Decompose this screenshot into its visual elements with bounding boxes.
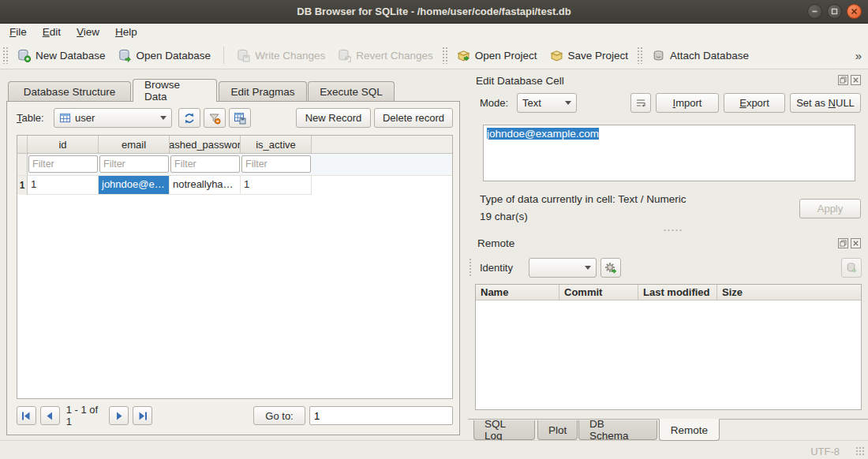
remote-column-name[interactable]: Name [476, 285, 559, 300]
previous-page-button[interactable] [40, 406, 60, 425]
remote-toolbar-handle[interactable] [469, 258, 473, 278]
minimize-button[interactable] [807, 4, 822, 19]
cell-editor-textarea[interactable]: johndoe@example.com [483, 125, 855, 181]
cell-email-selected[interactable]: johndoe@e… [99, 176, 170, 195]
column-header-is-active[interactable]: is_active [241, 136, 312, 153]
remote-column-last-modified[interactable]: Last modified [638, 285, 717, 300]
open-database-icon [118, 49, 132, 62]
identity-select[interactable] [529, 258, 597, 278]
mode-select[interactable]: Text [517, 93, 577, 113]
revert-changes-icon [338, 49, 351, 62]
row-number[interactable]: 1 [17, 176, 28, 195]
resize-grip[interactable] [855, 446, 865, 456]
open-project-button[interactable]: Open Project [451, 45, 544, 66]
export-label: Export [739, 97, 769, 109]
cell-hashed-password[interactable]: notreallyha… [170, 176, 241, 195]
cell-is-active[interactable]: 1 [241, 176, 312, 195]
close-panel-button[interactable] [851, 75, 861, 85]
tab-database-structure[interactable]: Database Structure [8, 81, 131, 101]
chevron-down-icon [565, 101, 571, 105]
remote-close-button[interactable] [851, 238, 861, 248]
titlebar[interactable]: DB Browser for SQLite - /home/user/code/… [0, 0, 868, 24]
filter-cell-is-active [241, 154, 312, 175]
new-database-button[interactable]: New Database [11, 45, 112, 66]
tab-sql-log[interactable]: SQL Log [473, 420, 535, 440]
word-wrap-icon [635, 98, 646, 109]
tab-remote[interactable]: Remote [659, 419, 720, 441]
filter-cell-email [99, 154, 170, 175]
window-title: DB Browser for SQLite - /home/user/code/… [297, 6, 571, 17]
grid-header-row: id email ashed_passwor is_active [17, 136, 452, 154]
next-page-icon [114, 411, 125, 421]
column-header-email[interactable]: email [99, 136, 170, 153]
clone-database-icon [846, 262, 858, 274]
toolbar-drag-handle[interactable] [2, 47, 8, 64]
corner-header-cell[interactable] [17, 136, 28, 153]
open-project-label: Open Project [475, 50, 537, 62]
float-panel-button[interactable] [838, 75, 848, 85]
menu-file[interactable]: File [2, 24, 35, 42]
edit-cell-dock-controls [838, 75, 861, 85]
tab-db-schema[interactable]: DB Schema [578, 420, 657, 440]
column-header-hashed-password[interactable]: ashed_passwor [170, 136, 241, 153]
column-header-id[interactable]: id [28, 136, 99, 153]
identity-label: Identity [480, 262, 513, 274]
revert-changes-button: Revert Changes [331, 45, 440, 66]
table-label: Table: [17, 112, 44, 124]
tab-execute-sql[interactable]: Execute SQL [308, 81, 395, 101]
delete-record-button[interactable]: Delete record [374, 108, 453, 128]
tab-browse-data[interactable]: Browse Data [133, 79, 217, 102]
close-button[interactable] [847, 4, 862, 19]
toolbar-drag-handle-3[interactable] [637, 47, 642, 64]
tab-plot[interactable]: Plot [537, 420, 578, 440]
edit-cell-title: Edit Database Cell [476, 75, 564, 87]
toolbar-separator [223, 47, 224, 64]
new-database-icon [17, 49, 31, 62]
last-page-button[interactable] [133, 406, 152, 425]
remote-title: Remote [477, 237, 514, 249]
last-page-icon [137, 411, 148, 421]
refresh-button[interactable] [178, 108, 200, 128]
save-project-label: Save Project [568, 50, 629, 62]
goto-button[interactable]: Go to: [253, 406, 305, 425]
toolbar-drag-handle-2[interactable] [442, 47, 447, 64]
table-select[interactable]: user [54, 108, 172, 128]
filter-input-email[interactable] [99, 155, 169, 173]
panel-splitter-handle[interactable] [663, 229, 683, 232]
main-toolbar: New Database Open Database Write Changes… [0, 42, 868, 69]
first-page-button[interactable] [17, 406, 36, 425]
menu-edit[interactable]: Edit [35, 24, 69, 42]
toolbar-overflow-button[interactable]: » [855, 49, 862, 62]
goto-input[interactable] [309, 406, 453, 425]
next-page-button[interactable] [109, 406, 129, 425]
menu-view[interactable]: View [69, 24, 107, 42]
attach-database-label: Attach Database [670, 50, 749, 62]
menu-help[interactable]: Help [107, 24, 145, 42]
pagination-bar: 1 - 1 of 1 Go to: [17, 405, 453, 426]
word-wrap-button[interactable] [630, 93, 651, 113]
remote-float-button[interactable] [838, 238, 848, 248]
filter-input-is-active[interactable] [241, 155, 311, 173]
import-button[interactable]: Import [656, 93, 719, 113]
new-record-button[interactable]: New Record [296, 108, 371, 128]
attach-database-button[interactable]: Attach Database [645, 45, 755, 66]
encoding-indicator[interactable]: UTF-8 [810, 446, 840, 457]
open-database-button[interactable]: Open Database [112, 45, 218, 66]
cell-id[interactable]: 1 [28, 176, 99, 195]
filter-input-hashed-password[interactable] [170, 155, 240, 173]
tab-edit-pragmas[interactable]: Edit Pragmas [219, 81, 307, 101]
filter-input-id[interactable] [28, 155, 98, 173]
export-button[interactable]: Export [724, 93, 785, 113]
remote-column-commit[interactable]: Commit [559, 285, 638, 300]
save-project-button[interactable]: Save Project [544, 45, 635, 66]
revert-changes-label: Revert Changes [356, 50, 433, 62]
set-as-null-button[interactable]: Set as NULL [790, 93, 861, 113]
save-table-button[interactable] [229, 108, 251, 128]
first-page-icon [21, 411, 32, 421]
identity-settings-button[interactable] [600, 258, 621, 278]
column-header-filler [312, 136, 452, 153]
maximize-button[interactable] [827, 4, 842, 19]
clear-filters-button[interactable] [204, 108, 226, 128]
filter-row-corner [17, 154, 28, 175]
remote-column-size[interactable]: Size [717, 285, 861, 300]
